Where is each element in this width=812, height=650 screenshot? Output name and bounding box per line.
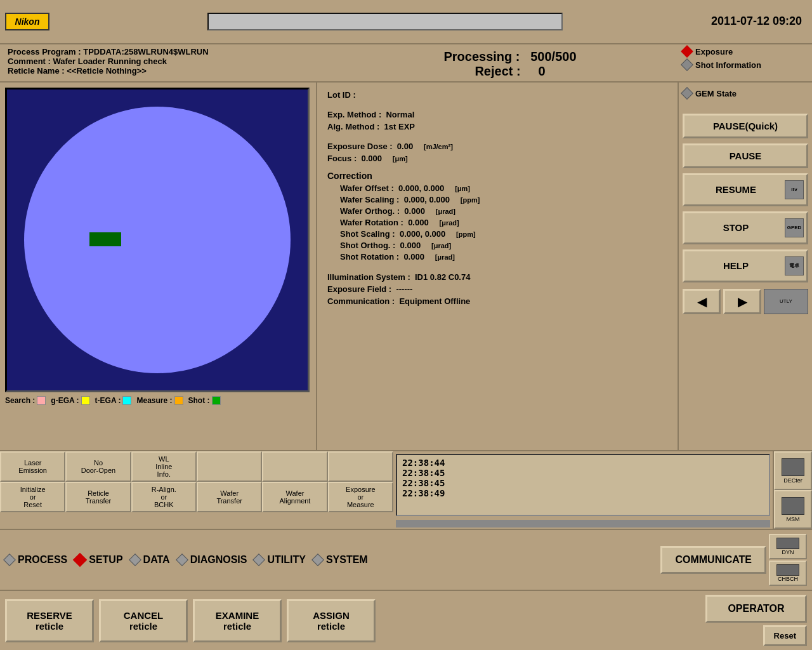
laser-emission-button[interactable]: LaserEmission <box>0 451 65 482</box>
decter-button[interactable]: DECter <box>774 451 812 490</box>
communication-value: Equipment Offline <box>399 296 470 306</box>
wafer-rotation-unit: [μrad] <box>440 219 459 227</box>
lot-id-row: Lot ID : <box>327 90 667 100</box>
assign-reticle-button[interactable]: ASSIGNreticle <box>287 599 376 642</box>
alg-method-label: Alg. Method : <box>327 122 379 131</box>
wl-inline-info-button[interactable]: WLInlineInfo. <box>131 451 197 482</box>
reserve-reticle-button[interactable]: RESERVEreticle <box>5 599 94 642</box>
utility-diamond-icon <box>253 554 266 566</box>
no-door-open-button[interactable]: NoDoor-Open <box>65 451 131 482</box>
decter-label: DECter <box>783 477 802 484</box>
shot-info-diamond-icon <box>681 58 693 71</box>
empty-log-btn-2[interactable] <box>262 451 327 482</box>
operator-button[interactable]: OPERATOR <box>705 595 807 623</box>
processing-value: 500/500 <box>530 50 576 63</box>
legend-measure: Measure : <box>136 396 183 405</box>
exposure-measure-button[interactable]: ExposureorMeasure <box>328 482 393 512</box>
nav-utility-label: UTILITY <box>267 554 305 566</box>
empty-log-btn-3[interactable] <box>328 451 393 482</box>
initialize-reset-button[interactable]: InitializeorReset <box>0 482 65 512</box>
exposure-dose-label: Exposure Dose : <box>327 142 393 151</box>
log-entry-3: 22:38:45 <box>402 478 764 488</box>
nav-diagnosis[interactable]: DIAGNOSIS <box>178 554 247 566</box>
chbch-label: CHBCH <box>778 576 798 582</box>
reticle-name-text: Reticle Name : <<Reticle Nothing>> <box>8 66 343 76</box>
resume-button[interactable]: RESUME itv <box>683 173 808 206</box>
nav-data[interactable]: DATA <box>131 554 170 566</box>
legend-gega: g-EGA : <box>51 396 89 405</box>
gem-state-radio[interactable]: GEM State <box>683 89 808 98</box>
wafer-panel: Search : g-EGA : t-EGA : Measure : Shot … <box>0 83 317 450</box>
log-text-area: 22:38:44 22:38:45 22:38:45 22:38:49 <box>396 454 770 516</box>
search-legend-label: Search : <box>5 396 35 405</box>
msm-button[interactable]: MSM <box>774 490 812 529</box>
chbch-button[interactable]: CHBCH <box>769 560 807 586</box>
nav-process-label: PROCESS <box>18 554 67 566</box>
lot-id-label: Lot ID : <box>327 90 356 100</box>
focus-unit: [μm] <box>393 155 408 162</box>
arrow-right-button[interactable]: ▶ <box>723 289 761 314</box>
log-buttons-row-2: InitializeorReset ReticleTransfer R-Alig… <box>0 482 393 512</box>
nav-utility[interactable]: UTILITY <box>254 554 305 566</box>
stop-button[interactable]: STOP GPED <box>683 211 808 244</box>
exposure-diamond-icon <box>681 45 693 58</box>
info-bar-left: Process Program : TPDDATA:258WLRUN4$WLRU… <box>8 47 343 76</box>
gem-state-label: GEM State <box>695 89 737 98</box>
process-diamond-icon <box>3 554 16 566</box>
examine-reticle-button[interactable]: EXAMINEreticle <box>193 599 282 642</box>
illumination-value: ID1 0.82 C0.74 <box>415 272 470 282</box>
wafer-transfer-button[interactable]: WaferTransfer <box>197 482 262 512</box>
utly-icon: UTLY <box>764 289 808 314</box>
exposure-label: Exposure <box>695 47 733 56</box>
dyn-icon <box>776 538 799 549</box>
shot-legend-label: Shot : <box>188 396 210 405</box>
shot-scaling-unit: [ppm] <box>456 230 476 238</box>
action-bar: RESERVEreticle CANCELreticle EXAMINEreti… <box>0 591 812 650</box>
wafer-offset-unit: [μm] <box>455 185 470 192</box>
pause-button[interactable]: PAUSE <box>683 143 808 168</box>
log-entry-1: 22:38:44 <box>402 458 764 468</box>
exposure-radio[interactable]: Exposure <box>683 47 804 56</box>
shot-information-radio[interactable]: Shot Information <box>683 60 804 70</box>
pause-quick-button[interactable]: PAUSE(Quick) <box>683 114 808 138</box>
log-entry-4: 22:38:49 <box>402 488 764 498</box>
alg-method-row: Alg. Method : 1st EXP <box>327 122 667 131</box>
control-panel: GEM State PAUSE(Quick) PAUSE RESUME itv … <box>679 83 812 450</box>
reset-button[interactable]: Reset <box>763 625 807 646</box>
reticle-transfer-button[interactable]: ReticleTransfer <box>65 482 131 512</box>
log-entry-2: 22:38:45 <box>402 468 764 478</box>
empty-log-btn-1[interactable] <box>197 451 262 482</box>
communication-row: Communication : Equipment Offline <box>327 296 667 306</box>
wafer-circle <box>24 107 291 373</box>
reject-label: Reject : 0 <box>475 64 545 79</box>
log-scrollbar[interactable] <box>396 520 770 527</box>
cancel-reticle-button[interactable]: CANCELreticle <box>99 599 188 642</box>
nav-data-label: DATA <box>143 554 170 566</box>
nav-process[interactable]: PROCESS <box>5 554 67 566</box>
nav-setup[interactable]: SETUP <box>75 554 122 566</box>
shot-scaling-value: 0.000, 0.000 <box>400 229 445 239</box>
search-color-box <box>37 396 46 405</box>
exp-method-row: Exp. Method : Normal <box>327 110 667 119</box>
data-diamond-icon <box>129 554 141 566</box>
measure-legend-label: Measure : <box>136 396 172 405</box>
shot-orthog-unit: [μrad] <box>431 242 451 249</box>
log-right-icon-panel: DECter MSM <box>773 451 812 529</box>
exposure-dose-value: 0.00 <box>397 142 413 151</box>
tega-color-box <box>122 396 131 405</box>
communicate-button[interactable]: COMMUNICATE <box>660 546 766 574</box>
legend-shot: Shot : <box>188 396 221 405</box>
decter-icon <box>782 458 804 476</box>
nav-system[interactable]: SYSTEM <box>313 554 368 566</box>
header-datetime: 2011-07-12 09:20 <box>711 15 807 28</box>
dyn-button[interactable]: DYN <box>769 534 807 559</box>
arrow-left-button[interactable]: ◀ <box>683 289 721 314</box>
r-align-bchk-button[interactable]: R-Align.orBCHK <box>131 482 197 512</box>
gega-color-box <box>81 396 90 405</box>
header-center <box>60 13 711 30</box>
wafer-offset-value: 0.000, 0.000 <box>398 183 444 193</box>
exp-method-label: Exp. Method : <box>327 110 381 119</box>
wafer-alignment-button[interactable]: WaferAlignment <box>262 482 327 512</box>
help-button[interactable]: HELP 電卓 <box>683 249 808 282</box>
system-diamond-icon <box>311 554 324 566</box>
